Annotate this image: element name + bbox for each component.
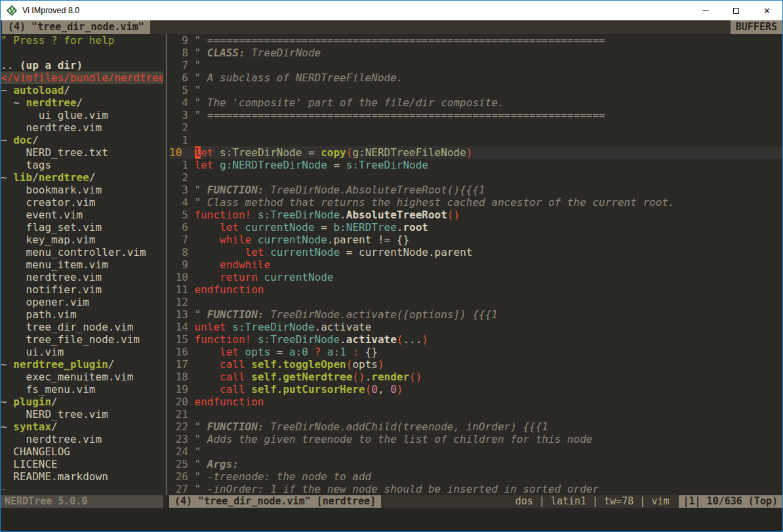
code-line[interactable]: 5 function! s:TreeDirNode.AbsoluteTreeRo… [169,209,782,221]
tree-item[interactable]: path.vim [1,308,163,321]
tree-item[interactable]: flag_set.vim [1,221,163,234]
code-line[interactable]: 22 " FUNCTION: TreeDirNode.addChild(tree… [169,420,782,433]
window-split-separator[interactable]: │││││││││││││││││││││││││││││││││││││ [163,34,169,495]
tree-item[interactable]: NERD_tree.txt [1,146,163,159]
code-token: " A subclass of NERDTreeFileNode. [195,72,403,84]
code-token: " -treenode: the node to add [195,470,372,483]
code-line[interactable]: 25 " Args: [169,458,782,470]
code-line[interactable]: 5 " [169,84,782,96]
command-line-area[interactable] [1,508,782,531]
code-line[interactable]: 14 unlet s:TreeDirNode.activate [169,321,782,333]
tree-item[interactable]: ~ [1,483,163,495]
code-token: " [195,458,207,470]
tree-item[interactable]: nerdtree.vim [1,271,163,283]
tree-item[interactable]: bookmark.vim [1,184,163,196]
line-number: 8 [169,47,195,59]
tree-item[interactable]: fs_menu.vim [1,383,163,396]
tree-item[interactable]: notifier.vim [1,283,163,296]
code-line[interactable]: 9 endwhile [169,258,782,271]
code-line[interactable]: 18 call self.getNerdtree().render() [169,371,782,383]
code-line[interactable]: 19 call self.putCursorHere(0, 0) [169,383,782,396]
code-line[interactable]: 20 endfunction [169,396,782,408]
tree-item[interactable]: ~ syntax/ [1,420,163,433]
tree-item[interactable]: ~ autoload/ [1,84,163,96]
code-token: NERD_tree.vim [1,408,108,420]
buffers-label[interactable]: BUFFERS [731,20,782,34]
tree-item[interactable]: .. (up a dir) [1,59,163,72]
tree-item[interactable]: ~ doc/ [1,134,163,146]
code-token: / [64,84,70,96]
tree-item[interactable]: ~ nerdtree/ [1,96,163,109]
tree-item[interactable]: exec_menuitem.vim [1,371,163,383]
code-line[interactable]: 9 " ====================================… [169,34,782,47]
code-line[interactable]: 1 [169,134,782,146]
code-token: g:NERDTreeDirNode [220,159,327,171]
tab-tree-dir-node[interactable]: (4) "tree_dir_node.vim" [2,20,150,34]
code-line[interactable]: 10 let s:TreeDirNode = copy(g:NERDTreeFi… [169,146,782,159]
code-token: function! [195,333,252,346]
tree-item[interactable]: CHANGELOG [1,445,163,458]
tree-item[interactable]: ~ plugin/ [1,396,163,408]
tree-item[interactable]: ui_glue.vim [1,109,163,121]
code-line[interactable]: 21 [169,408,782,420]
close-button[interactable]: ✕ [752,1,782,20]
split-separator-segment: │ [163,258,169,271]
code-line[interactable]: 23 " Adds the given treenode to the list… [169,433,782,445]
tree-item[interactable]: </vimfiles/bundle/nerdtree/ [1,72,163,84]
code-line[interactable]: 6 " A subclass of NERDTreeFileNode. [169,72,782,84]
code-line[interactable]: 3 " FUNCTION: TreeDirNode.AbsoluteTreeRo… [169,184,782,196]
code-line[interactable]: 2 [169,121,782,134]
tree-item[interactable]: creator.vim [1,196,163,209]
code-line[interactable]: 2 [169,171,782,184]
split-separator-segment: │ [163,146,169,159]
code-token [195,371,220,383]
tree-item[interactable]: " Press ? for help [1,34,163,47]
tree-item[interactable]: menu_item.vim [1,258,163,271]
code-token: endfunction [195,283,264,296]
code-line[interactable]: 11 endfunction [169,283,782,296]
code-line[interactable]: 4 " Class method that returns the highes… [169,196,782,209]
nerdtree-statusline: NERDTree 5.0.0 [1,495,163,508]
code-line[interactable]: 10 return currentNode [169,271,782,283]
tree-item[interactable]: ~ lib/nerdtree/ [1,171,163,184]
tree-item[interactable]: menu_controller.vim [1,246,163,258]
tree-item[interactable]: tree_dir_node.vim [1,321,163,333]
split-separator-segment: │ [163,171,169,184]
code-line[interactable]: 27 " -inOrder: 1 if the new node should … [169,483,782,495]
code-line[interactable]: 12 [169,296,782,308]
tree-item[interactable]: event.vim [1,209,163,221]
maximize-button[interactable] [721,1,752,20]
tree-item[interactable]: tags [1,159,163,171]
tree-item[interactable]: tree_file_node.vim [1,333,163,346]
code-line[interactable]: 7 while currentNode.parent != {} [169,234,782,246]
tree-item[interactable]: ~ nerdtree_plugin/ [1,358,163,371]
code-line[interactable]: 1 let g:NERDTreeDirNode = s:TreeDirNode [169,159,782,171]
code-line[interactable]: 4 " The 'composite' part of the file/dir… [169,96,782,109]
code-line[interactable]: 3 " ====================================… [169,109,782,121]
tree-item[interactable]: LICENCE [1,458,163,470]
code-line[interactable]: 8 let currentNode = currentNode.parent [169,246,782,258]
code-token: : [346,346,365,358]
code-line[interactable]: 15 function! s:TreeDirNode.activate(...) [169,333,782,346]
code-line[interactable]: 17 call self.toggleOpen(opts) [169,358,782,371]
tree-item[interactable]: nerdtree.vim [1,121,163,134]
tabline-fill [150,20,731,34]
tree-item[interactable]: NERD_tree.vim [1,408,163,420]
code-line[interactable]: 26 " -treenode: the node to add [169,470,782,483]
code-line[interactable]: 16 let opts = a:0 ? a:1 : {} [169,346,782,358]
tree-item[interactable] [1,47,163,59]
tree-item[interactable]: ui.vim [1,346,163,358]
line-number: 11 [169,283,195,296]
code-line[interactable]: 7 " [169,59,782,72]
tree-item[interactable]: key_map.vim [1,234,163,246]
code-line[interactable]: 8 " CLASS: TreeDirNode [169,47,782,59]
code-line[interactable]: 13 " FUNCTION: TreeDirNode.activate([opt… [169,308,782,321]
tree-item[interactable]: README.markdown [1,470,163,483]
code-line[interactable]: 6 let currentNode = b:NERDTree.root [169,221,782,234]
tree-item[interactable]: nerdtree.vim [1,433,163,445]
code-token: s:TreeDirNode [346,159,428,171]
tree-item[interactable]: opener.vim [1,296,163,308]
minimize-button[interactable] [690,1,721,20]
code-line[interactable]: 24 " [169,445,782,458]
line-number: 4 [169,196,195,209]
